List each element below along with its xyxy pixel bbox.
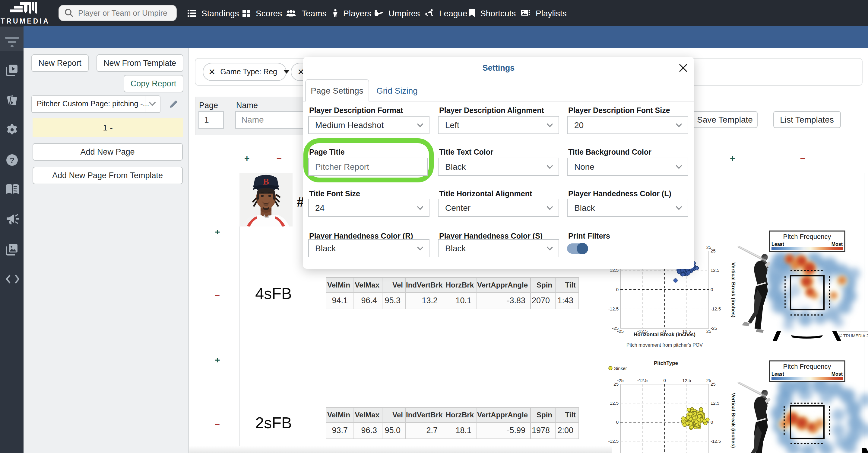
svg-text:-12.5: -12.5 (711, 306, 721, 311)
svg-text:Pitch Frequency: Pitch Frequency (783, 233, 831, 240)
svg-text:Horizontal Break (inches): Horizontal Break (inches) (634, 332, 695, 337)
svg-text:Most: Most (832, 371, 843, 376)
svg-text:?: ? (9, 156, 14, 165)
svg-text:25: 25 (711, 381, 716, 387)
svg-text:-12.5: -12.5 (637, 378, 648, 383)
svg-text:Sinker: Sinker (614, 366, 627, 371)
svg-text:Least: Least (772, 371, 784, 376)
svg-text:Most: Most (832, 242, 843, 247)
svg-text:-25: -25 (612, 325, 619, 331)
svg-text:12.5: 12.5 (711, 267, 719, 273)
svg-text:Pitch movement from pitcher's: Pitch movement from pitcher's POV (626, 342, 703, 348)
svg-text:Pitch Frequency: Pitch Frequency (783, 363, 831, 370)
svg-text:25: 25 (711, 248, 716, 253)
svg-text:25: 25 (706, 329, 711, 334)
svg-text:© TRUMEDIA 2024: © TRUMEDIA 2024 (839, 333, 868, 338)
svg-text:-12.5: -12.5 (608, 306, 619, 311)
svg-text:-12.5: -12.5 (608, 438, 619, 444)
svg-text:12.5: 12.5 (610, 400, 619, 405)
svg-text:-25: -25 (711, 325, 717, 331)
svg-text:0: 0 (616, 420, 619, 425)
svg-text:0: 0 (616, 287, 619, 292)
svg-text:12.5: 12.5 (711, 400, 719, 405)
svg-text:25: 25 (614, 381, 619, 387)
svg-text:12.5: 12.5 (682, 378, 691, 383)
svg-text:0: 0 (711, 287, 713, 292)
svg-text:PitchType: PitchType (654, 360, 678, 366)
svg-text:0: 0 (663, 378, 665, 383)
svg-text:B: B (263, 177, 269, 187)
svg-text:Least: Least (772, 242, 784, 247)
svg-text:-12.5: -12.5 (711, 438, 721, 444)
svg-text:0: 0 (711, 420, 713, 425)
